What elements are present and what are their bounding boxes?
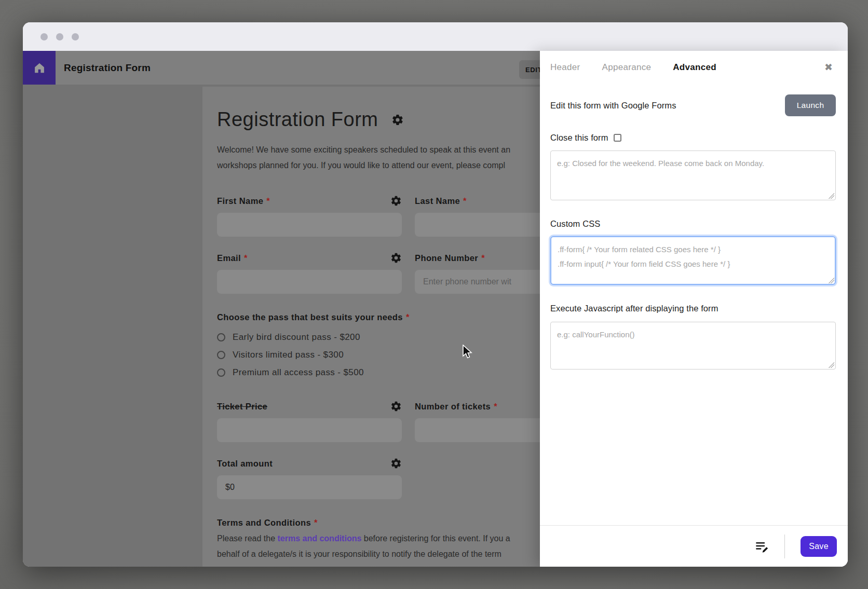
edit-button[interactable]: EDIT xyxy=(519,60,540,79)
ticket-price-gear-icon[interactable] xyxy=(390,401,402,412)
total-amount-gear-icon[interactable] xyxy=(390,458,402,469)
pass-choice-group: Early bird discount pass - $200 Visitors… xyxy=(217,332,540,378)
tab-advanced[interactable]: Advanced xyxy=(673,62,716,73)
radio-option[interactable]: Early bird discount pass - $200 xyxy=(217,332,540,343)
form-settings-gear-icon[interactable] xyxy=(391,114,404,126)
window-titlebar xyxy=(23,22,848,51)
google-forms-label: Edit this form with Google Forms xyxy=(550,101,676,111)
app-header: Registration Form EDIT xyxy=(23,51,540,85)
execute-js-textarea[interactable] xyxy=(550,322,836,369)
radio-icon[interactable] xyxy=(217,351,225,359)
email-gear-icon[interactable] xyxy=(390,252,402,264)
custom-css-label: Custom CSS xyxy=(550,219,836,229)
required-marker: * xyxy=(244,253,248,263)
form-description-line1: Welcome! We have some exciting speakers … xyxy=(217,142,540,158)
window-dot-1[interactable] xyxy=(40,33,48,40)
advanced-settings-panel: Header Appearance Advanced ✖ Edit this f… xyxy=(540,51,848,567)
required-marker: * xyxy=(406,312,410,322)
panel-footer: Save xyxy=(540,525,848,567)
terms-text-line2: behalf of a delegate/s it is your respon… xyxy=(217,546,540,562)
required-marker: * xyxy=(463,196,467,206)
footer-divider xyxy=(784,535,785,558)
required-marker: * xyxy=(266,196,270,206)
form-description-line2: workshops planned for you. If you would … xyxy=(217,158,540,173)
first-name-label: First Name* xyxy=(217,196,402,207)
form-preview-area: Registration Form EDIT Registration Form… xyxy=(23,51,540,567)
terms-label: Terms and Conditions* xyxy=(217,518,540,528)
required-marker: * xyxy=(481,253,485,263)
close-form-checkbox[interactable] xyxy=(614,134,621,142)
last-name-label: Last Name* xyxy=(415,196,540,207)
tab-header[interactable]: Header xyxy=(550,62,580,73)
terms-link[interactable]: terms and conditions xyxy=(278,534,362,543)
panel-tabs: Header Appearance Advanced ✖ xyxy=(550,62,836,73)
execute-js-label: Execute Javascript after displaying the … xyxy=(550,304,836,313)
screen: { "icons": { "close": "✖" }, "colors": {… xyxy=(0,0,868,589)
radio-icon[interactable] xyxy=(217,333,225,341)
close-icon[interactable]: ✖ xyxy=(824,62,833,72)
radio-icon[interactable] xyxy=(217,368,225,377)
close-message-textarea[interactable] xyxy=(550,150,836,200)
email-input[interactable] xyxy=(217,270,402,294)
pass-choice-label: Choose the pass that best suits your nee… xyxy=(217,312,540,323)
window-dot-3[interactable] xyxy=(72,33,79,40)
ticket-price-label: Ticket Price xyxy=(217,402,402,412)
home-icon xyxy=(33,61,46,75)
radio-option[interactable]: Premium all access pass - $500 xyxy=(217,367,540,378)
required-marker: * xyxy=(314,518,318,527)
close-form-label: Close this form xyxy=(550,133,608,143)
tab-appearance[interactable]: Appearance xyxy=(602,62,652,73)
window-dot-2[interactable] xyxy=(56,33,63,40)
page-background: Registration Form Welcome! We have some … xyxy=(23,85,540,567)
ticket-price-input[interactable] xyxy=(217,418,402,442)
radio-option[interactable]: Visitors limited pass - $300 xyxy=(217,350,540,360)
page-title: Registration Form xyxy=(64,62,151,74)
first-name-input[interactable] xyxy=(217,213,402,237)
form-title: Registration Form xyxy=(217,108,378,131)
phone-input[interactable] xyxy=(415,270,540,294)
save-button[interactable]: Save xyxy=(801,536,837,557)
required-marker: * xyxy=(494,402,497,411)
browser-window: Registration Form EDIT Registration Form… xyxy=(23,22,848,567)
home-button[interactable] xyxy=(23,51,56,85)
last-name-input[interactable] xyxy=(415,213,540,237)
form-card: Registration Form Welcome! We have some … xyxy=(202,87,540,567)
phone-label: Phone Number* xyxy=(415,253,540,264)
email-label: Email* xyxy=(217,253,402,264)
tickets-label: Number of tickets* xyxy=(415,402,540,412)
edit-note-icon[interactable] xyxy=(755,539,769,553)
custom-css-textarea[interactable] xyxy=(550,236,836,285)
terms-text-line1: Please read the terms and conditions bef… xyxy=(217,531,540,546)
launch-button[interactable]: Launch xyxy=(785,94,836,116)
first-name-gear-icon[interactable] xyxy=(390,195,402,207)
total-amount-input[interactable] xyxy=(217,475,402,499)
tickets-input[interactable] xyxy=(415,418,540,442)
total-amount-label: Total amount xyxy=(217,459,402,469)
